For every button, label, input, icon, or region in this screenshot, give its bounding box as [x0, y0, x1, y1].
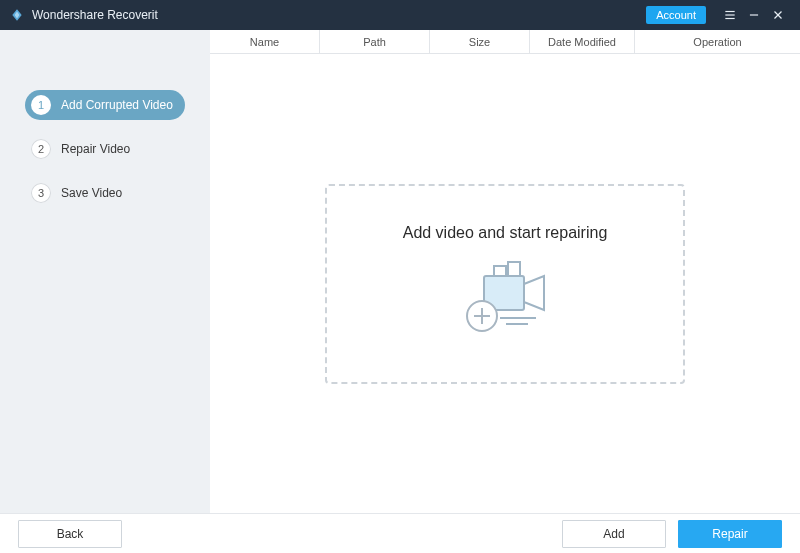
step-number: 2 [31, 139, 51, 159]
content-area: Add video and start repairing [210, 54, 800, 513]
app-title: Wondershare Recoverit [32, 8, 646, 22]
svg-rect-7 [494, 266, 506, 276]
col-header-operation[interactable]: Operation [635, 30, 800, 53]
column-headers: Name Path Size Date Modified Operation [210, 30, 800, 54]
step-number: 1 [31, 95, 51, 115]
col-header-name[interactable]: Name [210, 30, 320, 53]
account-button[interactable]: Account [646, 6, 706, 24]
dropzone-headline: Add video and start repairing [403, 224, 608, 242]
close-icon[interactable] [766, 8, 790, 22]
main-panel: Name Path Size Date Modified Operation A… [210, 30, 800, 513]
sidebar-step-repair[interactable]: 2 Repair Video [25, 134, 185, 164]
titlebar: Wondershare Recoverit Account [0, 0, 800, 30]
menu-icon[interactable] [718, 8, 742, 22]
sidebar-step-add[interactable]: 1 Add Corrupted Video [25, 90, 185, 120]
sidebar: 1 Add Corrupted Video 2 Repair Video 3 S… [0, 30, 210, 513]
svg-rect-8 [508, 262, 520, 276]
repair-button[interactable]: Repair [678, 520, 782, 548]
sidebar-step-save[interactable]: 3 Save Video [25, 178, 185, 208]
col-header-path[interactable]: Path [320, 30, 430, 53]
minimize-icon[interactable] [742, 8, 766, 22]
add-button[interactable]: Add [562, 520, 666, 548]
body: 1 Add Corrupted Video 2 Repair Video 3 S… [0, 30, 800, 513]
app-logo-icon [10, 8, 24, 22]
step-label: Repair Video [61, 142, 130, 156]
col-header-date[interactable]: Date Modified [530, 30, 635, 53]
step-label: Add Corrupted Video [61, 98, 173, 112]
step-label: Save Video [61, 186, 122, 200]
step-number: 3 [31, 183, 51, 203]
back-button[interactable]: Back [18, 520, 122, 548]
footer: Back Add Repair [0, 513, 800, 553]
col-header-size[interactable]: Size [430, 30, 530, 53]
video-camera-add-icon [450, 260, 560, 344]
add-video-dropzone[interactable]: Add video and start repairing [325, 184, 685, 384]
